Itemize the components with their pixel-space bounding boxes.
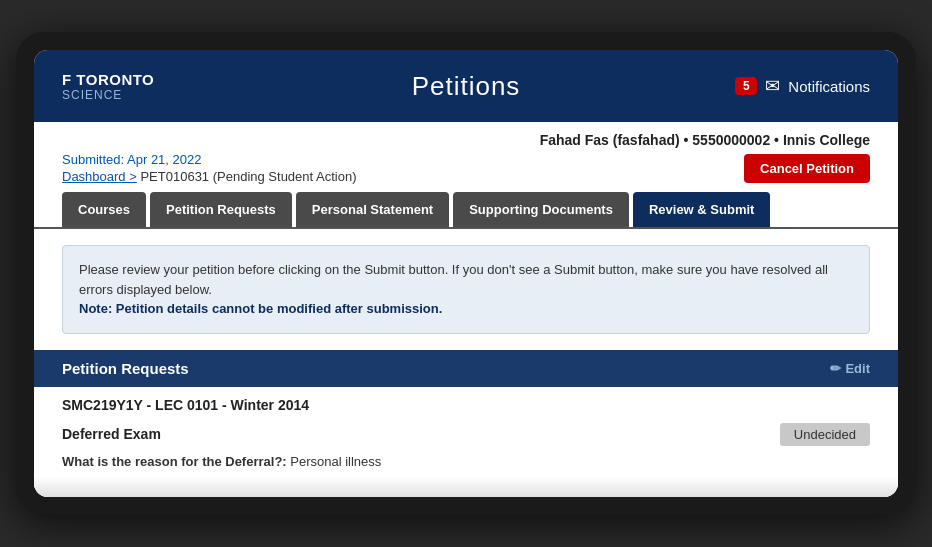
user-info-bar: Fahad Fas (fasfahad) • 5550000002 • Inni… <box>34 122 898 148</box>
petition-type-row: Deferred Exam Undecided <box>62 419 870 450</box>
logo-top: F TORONTO <box>62 71 154 88</box>
notification-label: Notifications <box>788 78 870 95</box>
user-info: Fahad Fas (fasfahad) • 5550000002 • Inni… <box>540 132 870 148</box>
tabs-bar: Courses Petition Requests Personal State… <box>34 192 898 229</box>
petition-type-label: Deferred Exam <box>62 426 161 442</box>
course-section: SMC219Y1Y - LEC 0101 - Winter 2014 Defer… <box>34 387 898 477</box>
notification-badge: 5 <box>735 77 757 95</box>
app-header: F TORONTO SCIENCE Petitions 5 ✉ Notifica… <box>34 50 898 122</box>
notifications-area[interactable]: 5 ✉ Notifications <box>735 75 870 97</box>
edit-label[interactable]: Edit <box>845 361 870 376</box>
pencil-icon: ✏ <box>830 361 841 376</box>
breadcrumb: Dashboard > PET010631 (Pending Student A… <box>62 169 357 184</box>
tab-review-submit[interactable]: Review & Submit <box>633 192 770 227</box>
breadcrumb-row: Submitted: Apr 21, 2022 Dashboard > PET0… <box>34 148 898 192</box>
reason-field-row: What is the reason for the Deferral?: Pe… <box>62 450 870 473</box>
submitted-date: Submitted: Apr 21, 2022 <box>62 152 357 167</box>
tab-supporting-documents[interactable]: Supporting Documents <box>453 192 629 227</box>
tab-personal-statement[interactable]: Personal Statement <box>296 192 449 227</box>
tab-petition-requests[interactable]: Petition Requests <box>150 192 292 227</box>
breadcrumb-petition: PET010631 (Pending Student Action) <box>140 169 356 184</box>
status-badge: Undecided <box>780 423 870 446</box>
notice-bold-text: Note: Petition details cannot be modifie… <box>79 301 442 316</box>
notice-box: Please review your petition before click… <box>62 245 870 334</box>
page-title: Petitions <box>412 71 521 102</box>
screen: F TORONTO SCIENCE Petitions 5 ✉ Notifica… <box>34 50 898 497</box>
dashboard-link[interactable]: Dashboard > <box>62 169 137 184</box>
edit-link[interactable]: ✏ Edit <box>830 361 870 376</box>
bottom-fade <box>34 477 898 497</box>
course-name: SMC219Y1Y - LEC 0101 - Winter 2014 <box>62 397 870 413</box>
reason-value: Personal illness <box>290 454 381 469</box>
notice-main-text: Please review your petition before click… <box>79 262 828 297</box>
cancel-petition-button[interactable]: Cancel Petition <box>744 154 870 183</box>
logo-bottom: SCIENCE <box>62 88 154 102</box>
section-title: Petition Requests <box>62 360 189 377</box>
section-header: Petition Requests ✏ Edit <box>34 350 898 387</box>
breadcrumb-left: Submitted: Apr 21, 2022 Dashboard > PET0… <box>62 152 357 184</box>
mail-icon: ✉ <box>765 75 780 97</box>
reason-label: What is the reason for the Deferral?: <box>62 454 287 469</box>
logo: F TORONTO SCIENCE <box>62 71 154 102</box>
tab-courses[interactable]: Courses <box>62 192 146 227</box>
main-content: Fahad Fas (fasfahad) • 5550000002 • Inni… <box>34 122 898 497</box>
device-frame: F TORONTO SCIENCE Petitions 5 ✉ Notifica… <box>16 32 916 515</box>
